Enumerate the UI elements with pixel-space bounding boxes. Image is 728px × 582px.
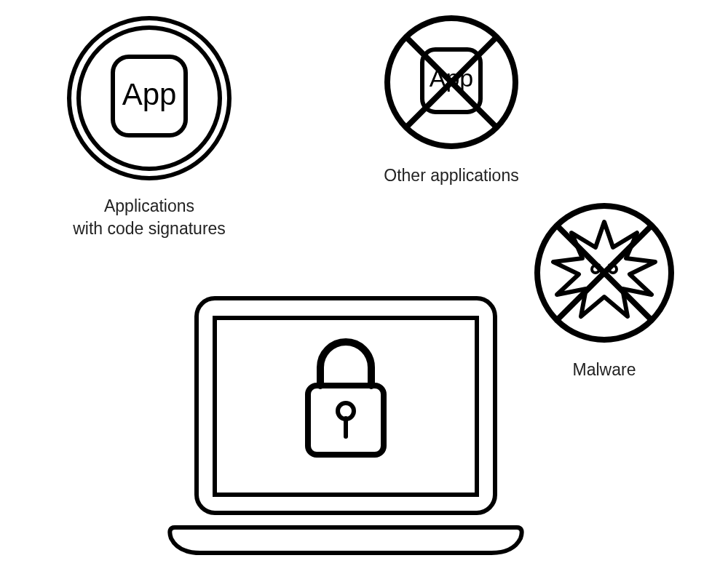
signed-app-icon: App (66, 15, 233, 182)
other-applications: App Other applications (382, 13, 521, 187)
secure-laptop (164, 287, 528, 564)
malware: Malware (531, 200, 677, 381)
svg-text:App: App (122, 77, 177, 111)
blocked-app-icon: App (382, 13, 521, 151)
signed-applications-label: Applications with code signatures (73, 195, 226, 240)
blocked-malware-icon (531, 200, 677, 346)
malware-label: Malware (573, 359, 636, 381)
laptop-lock-icon (164, 287, 528, 564)
svg-rect-17 (197, 298, 495, 513)
signed-applications: App Applications with code signatures (66, 15, 233, 240)
other-applications-label: Other applications (384, 164, 518, 187)
